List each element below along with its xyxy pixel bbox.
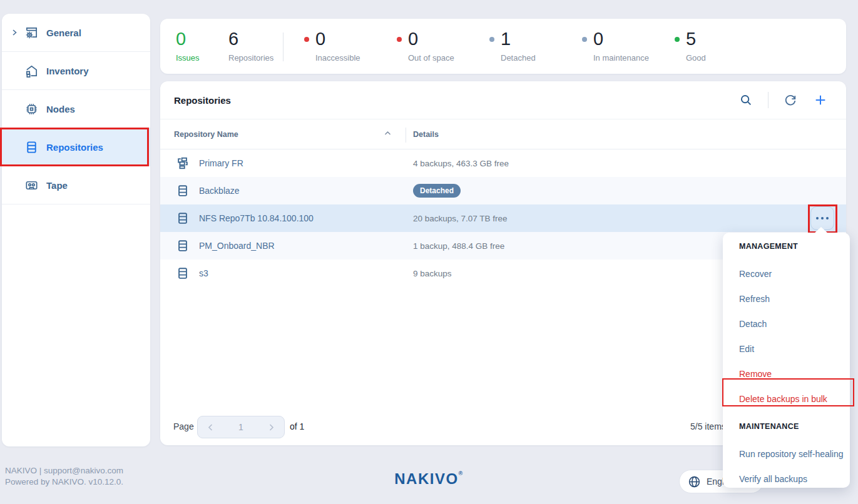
nakivo-logo: NAKIVO® bbox=[394, 470, 463, 487]
repository-details: 9 backups bbox=[413, 269, 452, 278]
current-page-number[interactable]: 1 bbox=[238, 422, 243, 432]
menu-item-delete-backups-in-bulk[interactable]: Delete backups in bulk bbox=[723, 386, 850, 411]
repository-name[interactable]: s3 bbox=[199, 268, 208, 278]
sidebar-item-label: General bbox=[46, 28, 81, 38]
stat-value: 6 bbox=[228, 29, 273, 49]
menu-item-run-repository-self-healing[interactable]: Run repository self-healing bbox=[723, 441, 850, 466]
sidebar-item-label: Repositories bbox=[46, 142, 103, 153]
menu-item-verify-all-backups[interactable]: Verify all backups bbox=[723, 466, 850, 491]
stat-value: 1 bbox=[501, 29, 536, 49]
panel-title: Repositories bbox=[174, 95, 231, 106]
menu-item-edit[interactable]: Edit bbox=[723, 336, 850, 361]
menu-item-remove[interactable]: Remove bbox=[723, 361, 850, 386]
sidebar-item-label: Nodes bbox=[46, 104, 75, 114]
column-details: Details bbox=[413, 130, 439, 139]
page-label: Page bbox=[173, 421, 194, 431]
table-row[interactable]: NFS Repo7Tb 10.84.100.100 20 backups, 7.… bbox=[160, 204, 846, 232]
stat-label: Issues bbox=[176, 53, 200, 63]
repository-details: 4 backups, 463.3 GB free bbox=[413, 159, 509, 168]
stat-label: Out of space bbox=[408, 53, 454, 63]
status-dot-gray bbox=[582, 37, 587, 42]
panel-header: Repositories bbox=[160, 81, 846, 119]
repository-details: 20 backups, 7.07 TB free bbox=[413, 214, 508, 223]
repository-name[interactable]: Primary FR bbox=[199, 158, 243, 168]
page-count-label: of 1 bbox=[290, 421, 304, 431]
repository-icon bbox=[176, 266, 190, 280]
general-settings-icon bbox=[24, 25, 39, 40]
repository-details: 1 backup, 488.4 GB free bbox=[413, 241, 504, 251]
stat-repositories: 6 Repositories bbox=[228, 29, 273, 63]
repository-icon bbox=[176, 184, 190, 198]
stat-detached: 1 Detached bbox=[501, 29, 536, 63]
menu-pointer-notch bbox=[814, 227, 828, 233]
menu-section-management: MANAGEMENT bbox=[723, 234, 850, 259]
status-dot-red bbox=[304, 37, 309, 42]
items-count: 5/5 items bbox=[690, 421, 726, 431]
sidebar-item-label: Inventory bbox=[46, 66, 89, 76]
table-column-headers: Repository Name Details bbox=[160, 119, 846, 149]
stat-label: Repositories bbox=[228, 53, 273, 63]
repository-actions-menu: MANAGEMENT Recover Refresh Detach Edit R… bbox=[723, 233, 850, 488]
detached-status-badge: Detached bbox=[413, 184, 461, 198]
repository-icon bbox=[176, 239, 190, 253]
stat-label: Inaccessible bbox=[315, 53, 360, 63]
stat-out-of-space: 0 Out of space bbox=[408, 29, 454, 63]
table-row[interactable]: Primary FR 4 backups, 463.3 GB free bbox=[160, 149, 846, 177]
stat-label: In maintenance bbox=[593, 53, 649, 63]
sidebar: General Inventory Nodes Repositories bbox=[2, 14, 150, 446]
refresh-icon[interactable] bbox=[782, 92, 799, 108]
table-row[interactable]: Backblaze Detached bbox=[160, 177, 846, 204]
stat-value: 0 bbox=[408, 29, 454, 49]
stat-issues: 0 Issues bbox=[176, 29, 200, 63]
sort-ascending-icon[interactable] bbox=[384, 131, 391, 136]
sidebar-item-general[interactable]: General bbox=[2, 14, 150, 52]
chevron-right-icon[interactable] bbox=[11, 29, 18, 36]
stat-value: 5 bbox=[686, 29, 706, 49]
stat-label: Detached bbox=[501, 53, 536, 63]
next-page-icon[interactable] bbox=[267, 423, 275, 431]
column-repository-name[interactable]: Repository Name bbox=[174, 130, 238, 139]
menu-section-maintenance: MAINTENANCE bbox=[723, 414, 850, 439]
previous-page-icon[interactable] bbox=[207, 423, 215, 431]
menu-item-recover[interactable]: Recover bbox=[723, 261, 850, 286]
status-dot-green bbox=[675, 37, 680, 42]
repositories-icon bbox=[24, 139, 39, 154]
menu-item-detach[interactable]: Detach bbox=[723, 311, 850, 336]
repository-name[interactable]: NFS Repo7Tb 10.84.100.100 bbox=[199, 213, 314, 223]
column-divider bbox=[406, 128, 406, 143]
inventory-icon bbox=[24, 63, 39, 78]
sidebar-item-nodes[interactable]: Nodes bbox=[2, 90, 150, 128]
sidebar-item-inventory[interactable]: Inventory bbox=[2, 52, 150, 90]
repository-name[interactable]: Backblaze bbox=[199, 186, 240, 196]
stat-label: Good bbox=[686, 53, 706, 63]
menu-item-refresh[interactable]: Refresh bbox=[723, 286, 850, 311]
tape-icon bbox=[24, 178, 39, 193]
stats-divider bbox=[283, 33, 283, 61]
add-repository-icon[interactable] bbox=[812, 92, 829, 108]
search-icon[interactable] bbox=[738, 92, 754, 108]
actions-divider bbox=[768, 92, 769, 108]
repository-name[interactable]: PM_Onboard_NBR bbox=[199, 241, 275, 251]
sidebar-item-label: Tape bbox=[46, 180, 68, 191]
stat-inaccessible: 0 Inaccessible bbox=[315, 29, 360, 63]
stat-value: 0 bbox=[176, 29, 200, 49]
stat-value: 0 bbox=[315, 29, 360, 49]
stat-in-maintenance: 0 In maintenance bbox=[593, 29, 649, 63]
page-selector: 1 bbox=[197, 416, 285, 438]
repository-icon bbox=[176, 211, 190, 225]
repository-summary-bar: 0 Issues 6 Repositories 0 Inaccessible 0… bbox=[160, 19, 846, 74]
globe-icon bbox=[688, 475, 701, 488]
stat-good: 5 Good bbox=[686, 29, 706, 63]
nodes-icon bbox=[24, 101, 39, 116]
sidebar-item-repositories[interactable]: Repositories bbox=[2, 128, 150, 166]
status-dot-red bbox=[397, 37, 402, 42]
stat-value: 0 bbox=[593, 29, 649, 49]
sidebar-item-tape[interactable]: Tape bbox=[2, 166, 150, 204]
scale-out-repository-icon bbox=[176, 156, 190, 170]
status-dot-gray bbox=[489, 37, 494, 42]
